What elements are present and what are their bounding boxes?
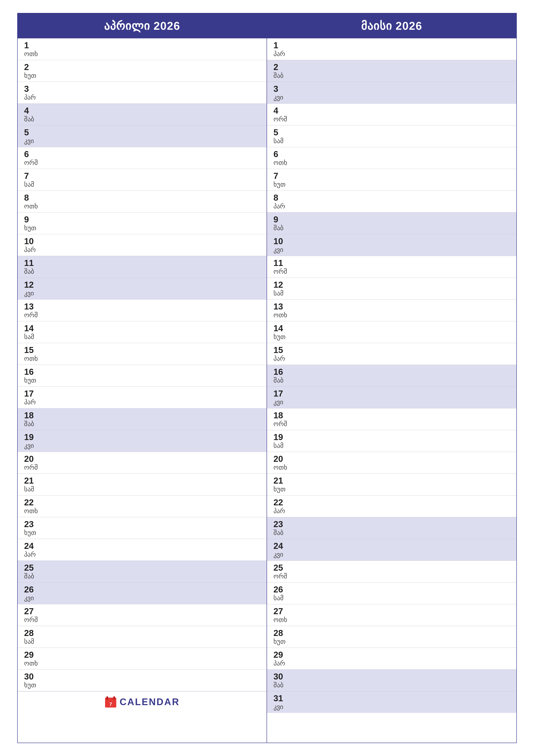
april-day-28: 28სამ bbox=[18, 626, 267, 648]
april-day-8: 8ოთხ bbox=[18, 191, 267, 212]
day-number: 15 bbox=[24, 345, 260, 355]
day-number: 24 bbox=[273, 541, 510, 551]
day-name: ხუთ bbox=[273, 180, 510, 188]
day-number: 6 bbox=[273, 149, 510, 159]
day-name: პარ bbox=[24, 94, 260, 101]
day-name: კვი bbox=[273, 551, 510, 558]
day-number: 6 bbox=[24, 149, 260, 159]
day-name: ოთხ bbox=[273, 311, 510, 319]
day-name: ორშ bbox=[24, 159, 260, 167]
may-day-3: 3კვი bbox=[267, 82, 516, 104]
april-day-16: 16ხუთ bbox=[18, 365, 267, 387]
may-day-16: 16შაბ bbox=[267, 365, 516, 387]
day-name: სამ bbox=[273, 289, 510, 297]
day-number: 13 bbox=[24, 302, 260, 311]
day-number: 20 bbox=[24, 454, 260, 464]
day-name: პარ bbox=[273, 660, 510, 667]
day-name: პარ bbox=[273, 50, 510, 58]
april-column: 1ოთხ2ხუთ3პარ4შაბ5კვი6ორშ7სამ8ოთხ9ხუთ10პა… bbox=[18, 39, 267, 742]
may-day-29: 29პარ bbox=[267, 648, 516, 670]
may-day-25: 25ორშ bbox=[267, 561, 516, 582]
day-name: პარ bbox=[273, 507, 510, 515]
day-number: 11 bbox=[273, 258, 510, 268]
day-number: 14 bbox=[24, 323, 260, 333]
logo-text: CALENDAR bbox=[120, 696, 180, 707]
april-day-22: 22ოთხ bbox=[18, 496, 267, 517]
day-number: 3 bbox=[24, 84, 260, 94]
may-day-24: 24კვი bbox=[267, 539, 516, 561]
logo-area: 7 CALENDAR bbox=[105, 696, 180, 708]
april-day-21: 21სამ bbox=[18, 474, 267, 496]
day-number: 13 bbox=[273, 302, 510, 311]
april-day-26: 26კვი bbox=[18, 582, 267, 604]
day-name: ხუთ bbox=[273, 485, 510, 493]
day-number: 19 bbox=[24, 432, 260, 442]
day-name: ხუთ bbox=[24, 529, 260, 537]
day-name: ოთხ bbox=[273, 159, 510, 167]
day-number: 26 bbox=[273, 585, 510, 594]
may-day-5: 5სამ bbox=[267, 125, 516, 147]
day-name: შაბ bbox=[273, 376, 510, 384]
may-day-26: 26სამ bbox=[267, 582, 516, 604]
april-day-14: 14სამ bbox=[18, 321, 267, 343]
may-day-9: 9შაბ bbox=[267, 212, 516, 234]
may-day-10: 10კვი bbox=[267, 234, 516, 256]
page: აპრილი 2026 მაისი 2026 1ოთხ2ხუთ3პარ4შაბ5… bbox=[0, 0, 534, 756]
day-name: სამ bbox=[24, 485, 260, 493]
day-number: 22 bbox=[273, 498, 510, 507]
day-number: 16 bbox=[273, 367, 510, 376]
day-name: ოთხ bbox=[24, 660, 260, 667]
day-number: 31 bbox=[273, 693, 510, 703]
day-name: კვი bbox=[273, 246, 510, 254]
day-name: შაბ bbox=[273, 529, 510, 537]
day-number: 9 bbox=[273, 215, 510, 224]
day-number: 7 bbox=[273, 171, 510, 180]
april-day-13: 13ორშ bbox=[18, 300, 267, 321]
day-name: ორშ bbox=[24, 616, 260, 624]
may-day-23: 23შაბ bbox=[267, 517, 516, 539]
april-day-24: 24პარ bbox=[18, 539, 267, 561]
day-name: კვი bbox=[24, 137, 260, 145]
day-name: პარ bbox=[24, 398, 260, 406]
day-name: ორშ bbox=[273, 268, 510, 275]
logo-row: 7 CALENDAR bbox=[18, 691, 267, 712]
april-day-6: 6ორშ bbox=[18, 147, 267, 169]
day-name: სამ bbox=[273, 442, 510, 449]
day-name: კვი bbox=[273, 94, 510, 101]
april-day-4: 4შაბ bbox=[18, 104, 267, 125]
calendar-icon: 7 bbox=[105, 696, 117, 708]
april-day-5: 5კვი bbox=[18, 125, 267, 147]
day-number: 2 bbox=[273, 62, 510, 72]
day-number: 22 bbox=[24, 498, 260, 507]
day-name: ორშ bbox=[273, 420, 510, 428]
may-day-7: 7ხუთ bbox=[267, 169, 516, 191]
may-day-6: 6ოთხ bbox=[267, 147, 516, 169]
may-day-27: 27ოთხ bbox=[267, 604, 516, 626]
svg-rect-3 bbox=[106, 696, 108, 700]
day-number: 12 bbox=[24, 280, 260, 289]
day-number: 8 bbox=[24, 193, 260, 202]
day-name: ხუთ bbox=[24, 224, 260, 232]
day-number: 17 bbox=[24, 389, 260, 398]
may-day-14: 14ხუთ bbox=[267, 321, 516, 343]
april-day-11: 11შაბ bbox=[18, 256, 267, 278]
day-name: ოთხ bbox=[24, 202, 260, 210]
may-day-30: 30შაბ bbox=[267, 670, 516, 691]
day-name: პარ bbox=[24, 551, 260, 558]
day-number: 30 bbox=[24, 672, 260, 681]
day-name: სამ bbox=[273, 137, 510, 145]
april-day-29: 29ოთხ bbox=[18, 648, 267, 670]
day-name: შაბ bbox=[24, 420, 260, 428]
day-name: ორშ bbox=[273, 115, 510, 123]
may-day-18: 18ორშ bbox=[267, 408, 516, 430]
day-name: სამ bbox=[24, 638, 260, 645]
day-name: პარ bbox=[273, 355, 510, 363]
day-name: სამ bbox=[273, 594, 510, 602]
may-day-13: 13ოთხ bbox=[267, 300, 516, 321]
day-number: 16 bbox=[24, 367, 260, 376]
april-day-2: 2ხუთ bbox=[18, 60, 267, 82]
svg-rect-4 bbox=[113, 696, 115, 700]
april-day-3: 3პარ bbox=[18, 82, 267, 104]
day-name: ხუთ bbox=[24, 72, 260, 80]
may-day-2: 2შაბ bbox=[267, 60, 516, 82]
